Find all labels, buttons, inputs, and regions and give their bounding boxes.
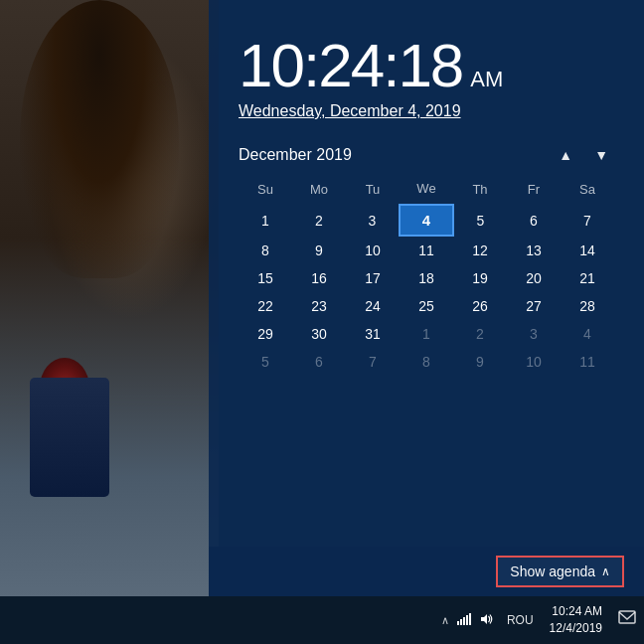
svg-rect-3	[466, 615, 468, 625]
svg-rect-4	[469, 613, 471, 625]
svg-rect-2	[463, 617, 465, 625]
time-display: 10:24:18 AM	[239, 30, 614, 100]
show-agenda-button[interactable]: Show agenda ∧	[496, 556, 624, 587]
agenda-section: Show agenda ∧	[209, 547, 644, 596]
calendar-day[interactable]: 13	[507, 236, 561, 264]
taskbar-right: ∧ ROU 10:24 AM 12/4/20	[439, 601, 636, 639]
clock-ampm: AM	[470, 67, 503, 92]
calendar-day[interactable]: 2	[453, 320, 507, 348]
calendar-section: December 2019 ▲ ▼ SuMoTuWeThFrSa 1234567…	[209, 130, 644, 386]
day-header: We	[400, 177, 453, 205]
show-agenda-label: Show agenda	[510, 564, 595, 579]
calendar-day[interactable]: 6	[292, 348, 346, 376]
calendar-body: 1234567891011121314151617181920212223242…	[239, 205, 614, 376]
calendar-day[interactable]: 27	[507, 292, 561, 320]
calendar-day[interactable]: 3	[346, 205, 400, 236]
calendar-day[interactable]: 18	[400, 264, 453, 292]
calendar-day[interactable]: 2	[292, 205, 346, 236]
calendar-month-year: December 2019	[239, 146, 352, 164]
calendar-day[interactable]: 21	[561, 264, 614, 292]
agenda-chevron: ∧	[601, 564, 610, 578]
calendar-day[interactable]: 7	[346, 348, 400, 376]
taskbar-language: ROU	[507, 613, 534, 627]
calendar-day[interactable]: 25	[400, 292, 453, 320]
calendar-day[interactable]: 20	[507, 264, 561, 292]
day-header: Th	[453, 177, 507, 205]
volume-icon[interactable]	[477, 611, 495, 629]
calendar-day[interactable]: 6	[507, 205, 561, 236]
calendar-day[interactable]: 29	[239, 320, 292, 348]
right-panel: 10:24:18 AM Wednesday, December 4, 2019 …	[209, 0, 644, 596]
svg-rect-6	[619, 611, 635, 623]
calendar-day[interactable]: 1	[239, 205, 292, 236]
day-headers-row: SuMoTuWeThFrSa	[239, 177, 614, 205]
svg-rect-0	[457, 621, 459, 625]
calendar-week-row: 2930311234	[239, 320, 614, 348]
calendar-week-row: 15161718192021	[239, 264, 614, 292]
calendar-day[interactable]: 26	[453, 292, 507, 320]
time-section: 10:24:18 AM Wednesday, December 4, 2019	[209, 0, 644, 130]
calendar-day[interactable]: 4	[561, 320, 614, 348]
calendar-day[interactable]: 23	[292, 292, 346, 320]
calendar-day[interactable]: 5	[453, 205, 507, 236]
taskbar-time: 10:24 AM	[552, 603, 602, 620]
uniform-detail	[30, 378, 109, 497]
calendar-day[interactable]: 16	[292, 264, 346, 292]
calendar-header: December 2019 ▲ ▼	[239, 145, 614, 165]
calendar-day[interactable]: 11	[561, 348, 614, 376]
taskbar: ∧ ROU 10:24 AM 12/4/20	[0, 596, 644, 644]
taskbar-datetime[interactable]: 10:24 AM 12/4/2019	[546, 601, 606, 639]
background-photo	[0, 0, 219, 596]
calendar-day[interactable]: 22	[239, 292, 292, 320]
calendar-day[interactable]: 7	[561, 205, 614, 236]
day-header: Fr	[507, 177, 561, 205]
day-header: Mo	[292, 177, 346, 205]
calendar-day[interactable]: 28	[561, 292, 614, 320]
calendar-week-row: 1234567	[239, 205, 614, 236]
calendar-day[interactable]: 5	[239, 348, 292, 376]
network-icon[interactable]	[455, 611, 473, 629]
calendar-day[interactable]: 11	[400, 236, 453, 264]
calendar-day[interactable]: 12	[453, 236, 507, 264]
clock-time: 10:24:18	[239, 30, 462, 100]
calendar-week-row: 22232425262728	[239, 292, 614, 320]
calendar-day[interactable]: 4	[400, 205, 453, 236]
day-header: Tu	[346, 177, 400, 205]
calendar-day[interactable]: 30	[292, 320, 346, 348]
calendar-day[interactable]: 15	[239, 264, 292, 292]
calendar-day[interactable]: 10	[507, 348, 561, 376]
taskbar-system-icons: ∧	[439, 611, 495, 629]
svg-rect-1	[460, 619, 462, 625]
calendar-day[interactable]: 8	[400, 348, 453, 376]
svg-marker-5	[481, 614, 487, 624]
notification-icon[interactable]	[618, 610, 636, 630]
calendar-day[interactable]: 8	[239, 236, 292, 264]
nav-down-arrow[interactable]: ▼	[588, 145, 614, 165]
calendar-week-row: 891011121314	[239, 236, 614, 264]
calendar-week-row: 567891011	[239, 348, 614, 376]
calendar-day[interactable]: 1	[400, 320, 453, 348]
calendar-grid: SuMoTuWeThFrSa 1234567891011121314151617…	[239, 177, 614, 376]
nav-arrows: ▲ ▼	[553, 145, 614, 165]
calendar-day[interactable]: 3	[507, 320, 561, 348]
calendar-day[interactable]: 9	[292, 236, 346, 264]
calendar-day[interactable]: 24	[346, 292, 400, 320]
calendar-day[interactable]: 9	[453, 348, 507, 376]
calendar-day[interactable]: 19	[453, 264, 507, 292]
chevron-up-icon[interactable]: ∧	[439, 612, 451, 629]
calendar-day[interactable]: 31	[346, 320, 400, 348]
day-header: Su	[239, 177, 292, 205]
day-header: Sa	[561, 177, 614, 205]
calendar-day[interactable]: 17	[346, 264, 400, 292]
taskbar-date: 12/4/2019	[550, 620, 602, 637]
nav-up-arrow[interactable]: ▲	[553, 145, 578, 165]
calendar-day[interactable]: 10	[346, 236, 400, 264]
calendar-day[interactable]: 14	[561, 236, 614, 264]
date-display[interactable]: Wednesday, December 4, 2019	[239, 102, 614, 120]
